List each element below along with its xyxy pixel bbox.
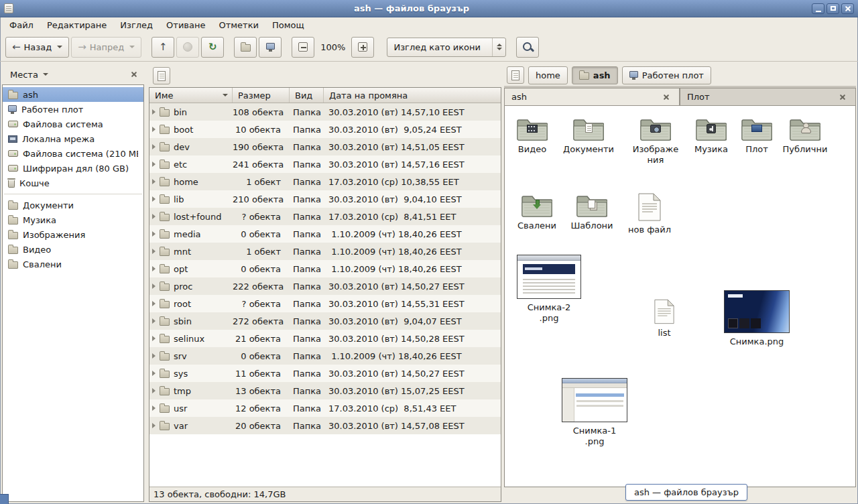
- icon-item-snimka[interactable]: Снимка.png: [723, 290, 790, 347]
- sidebar-item-music[interactable]: Музика: [3, 212, 143, 227]
- icon-item-downloads[interactable]: Свалени: [513, 193, 561, 231]
- table-row[interactable]: home 1 обект Папка 17.03.2010 (ср) 10,38…: [149, 173, 501, 190]
- forward-button[interactable]: → Напред: [71, 37, 141, 58]
- table-row[interactable]: mnt 1 обект Папка 1.10.2009 (чт) 18,40,2…: [149, 243, 501, 260]
- computer-button[interactable]: [259, 37, 282, 58]
- expander-icon[interactable]: [152, 144, 156, 149]
- back-button[interactable]: ← Назад: [5, 37, 69, 58]
- path-button-ash[interactable]: ash: [572, 66, 618, 84]
- expander-icon[interactable]: [152, 196, 156, 202]
- window-list-button[interactable]: ash — файлов браузър: [625, 484, 747, 501]
- icon-item-public[interactable]: Публични: [781, 117, 829, 155]
- table-row[interactable]: etc 241 обекта Папка 30.03.2010 (вт) 14,…: [149, 155, 501, 173]
- expander-icon[interactable]: [152, 162, 156, 167]
- expander-icon[interactable]: [152, 109, 156, 115]
- column-header-size[interactable]: Размер: [233, 88, 290, 103]
- sidebar-item-pictures[interactable]: Изображения: [3, 227, 143, 242]
- icon-item-video[interactable]: Видео: [508, 117, 556, 155]
- expander-icon[interactable]: [152, 127, 156, 132]
- tab-close-button[interactable]: [837, 91, 849, 103]
- table-row[interactable]: tmp 13 обекта Папка 30.03.2010 (вт) 15,0…: [149, 382, 501, 399]
- column-header-modified[interactable]: Дата на промяна: [324, 88, 501, 103]
- icon-item-desktop[interactable]: Плот: [733, 117, 781, 155]
- table-row[interactable]: boot 10 обекта Папка 30.03.2010 (вт) 9,0…: [149, 121, 501, 138]
- expander-icon[interactable]: [152, 179, 156, 184]
- icon-item-snimka-2[interactable]: Снимка-2.png: [515, 255, 583, 323]
- table-row[interactable]: usr 12 обекта Папка 17.03.2010 (ср) 8,51…: [149, 399, 501, 417]
- zoom-out-button[interactable]: [292, 37, 314, 58]
- reload-button[interactable]: ↻: [201, 37, 224, 58]
- table-row[interactable]: sys 11 обекта Папка 30.03.2010 (вт) 14,5…: [149, 365, 501, 382]
- expander-icon[interactable]: [152, 231, 156, 237]
- icon-item-new-file[interactable]: нов файл: [625, 193, 674, 235]
- table-row[interactable]: sbin 272 обекта Папка 30.03.2010 (вт) 9,…: [149, 312, 501, 330]
- expander-icon[interactable]: [152, 284, 156, 289]
- places-combo[interactable]: Места: [5, 68, 54, 82]
- expander-icon[interactable]: [152, 266, 156, 271]
- expander-icon[interactable]: [152, 318, 156, 324]
- sidebar-close-button[interactable]: [127, 67, 141, 82]
- titlebar[interactable]: ash — файлов браузър: [0, 0, 858, 17]
- sidebar-item-filesystem[interactable]: Файлова система: [3, 117, 143, 131]
- expander-icon[interactable]: [152, 388, 156, 393]
- stop-button[interactable]: [176, 37, 199, 58]
- table-row[interactable]: lib 210 обекта Папка 30.03.2010 (вт) 9,0…: [149, 190, 501, 208]
- menu-item-edit[interactable]: Редактиране: [40, 18, 113, 32]
- expander-icon[interactable]: [152, 249, 156, 254]
- table-row[interactable]: dev 190 обекта Папка 30.03.2010 (вт) 14,…: [149, 138, 501, 155]
- table-row[interactable]: lost+found ? обекта Папка 17.03.2010 (ср…: [149, 208, 501, 225]
- sidebar-item-desktop[interactable]: Работен плот: [3, 102, 143, 117]
- menu-item-go[interactable]: Отиване: [160, 18, 212, 32]
- menu-item-help[interactable]: Помощ: [265, 18, 311, 32]
- sidebar-item-video[interactable]: Видео: [3, 242, 143, 257]
- path-icon-button[interactable]: [507, 66, 524, 84]
- tab-close-button[interactable]: [660, 91, 672, 103]
- table-row[interactable]: media 0 обекта Папка 1.10.2009 (чт) 18,4…: [149, 225, 501, 243]
- expander-icon[interactable]: [152, 353, 156, 359]
- icon-item-list[interactable]: list: [640, 299, 688, 338]
- expander-icon[interactable]: [152, 214, 156, 219]
- search-button[interactable]: [516, 37, 539, 58]
- column-header-type[interactable]: Вид: [290, 88, 324, 103]
- menu-item-view[interactable]: Изглед: [113, 18, 160, 32]
- path-button-home[interactable]: home: [528, 66, 568, 84]
- close-button[interactable]: [841, 3, 854, 14]
- expander-icon[interactable]: [152, 336, 156, 341]
- sidebar-item-downloads[interactable]: Свалени: [3, 257, 143, 271]
- expander-icon[interactable]: [152, 405, 156, 411]
- location-icon-button[interactable]: [153, 67, 170, 84]
- menu-item-bookmarks[interactable]: Отметки: [212, 18, 265, 32]
- expander-icon[interactable]: [152, 423, 156, 428]
- zoom-in-button[interactable]: [351, 37, 374, 58]
- sidebar-item-documents[interactable]: Документи: [3, 198, 143, 212]
- expander-icon[interactable]: [152, 371, 156, 376]
- sidebar-item-ash[interactable]: ash: [3, 87, 143, 102]
- sidebar-item-trash[interactable]: Кошче: [3, 176, 143, 190]
- view-mode-select[interactable]: Изглед като икони: [387, 38, 506, 57]
- minimize-button[interactable]: [812, 3, 824, 14]
- tab-plot[interactable]: Плот: [680, 88, 856, 105]
- table-row[interactable]: var 20 обекта Папка 30.03.2010 (вт) 14,5…: [149, 417, 501, 434]
- maximize-button[interactable]: [826, 3, 839, 14]
- home-button[interactable]: [234, 37, 257, 58]
- column-header-name[interactable]: Име: [149, 88, 233, 103]
- up-button[interactable]: ↑: [151, 37, 174, 58]
- menu-item-file[interactable]: Файл: [3, 18, 40, 32]
- table-row[interactable]: opt 0 обекта Папка 1.10.2009 (чт) 18,40,…: [149, 260, 501, 277]
- table-row[interactable]: proc 222 обекта Папка 30.03.2010 (вт) 14…: [149, 277, 501, 295]
- path-button-desktop[interactable]: Работен плот: [622, 66, 711, 84]
- expander-icon[interactable]: [152, 301, 156, 306]
- sidebar-item-encrypted-80gb[interactable]: Шифриран дял (80 GB): [3, 161, 143, 176]
- table-row[interactable]: root ? обекта Папка 30.03.2010 (вт) 14,5…: [149, 295, 501, 312]
- sidebar-item-volume-210mb[interactable]: Файлова система (210 MB): [3, 146, 143, 161]
- icon-item-snimka-1[interactable]: Снимка-1.png: [561, 378, 628, 446]
- table-row[interactable]: bin 108 обекта Папка 30.03.2010 (вт) 14,…: [149, 103, 501, 121]
- tab-ash[interactable]: ash: [504, 88, 680, 105]
- table-row[interactable]: selinux 21 обекта Папка 30.03.2010 (вт) …: [149, 330, 501, 347]
- icon-item-music[interactable]: Музика: [687, 117, 735, 155]
- sidebar-item-network[interactable]: Локална мрежа: [3, 131, 143, 146]
- icon-item-pictures[interactable]: Изображения: [629, 117, 682, 165]
- table-row[interactable]: srv 0 обекта Папка 1.10.2009 (чт) 18,40,…: [149, 347, 501, 365]
- icon-item-documents[interactable]: Документи: [564, 117, 613, 155]
- icon-item-templates[interactable]: Шаблони: [568, 193, 616, 231]
